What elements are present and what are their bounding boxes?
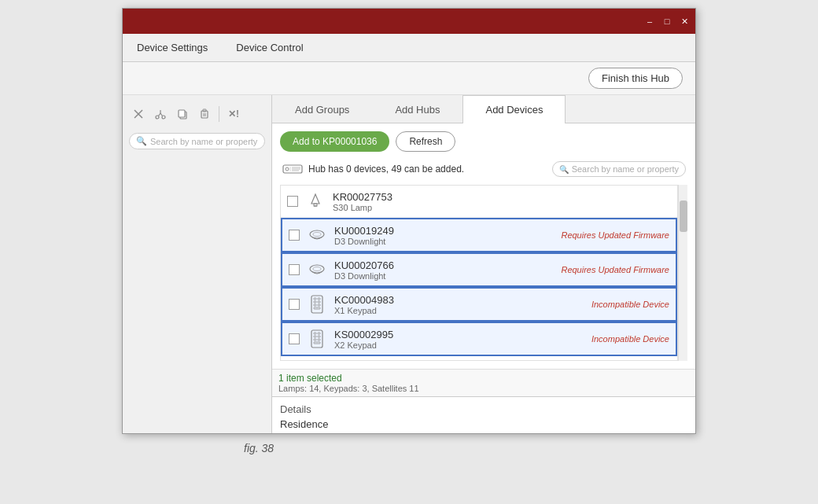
content-area: Add to KP00001036 Refresh: [272, 123, 695, 369]
svg-rect-39: [314, 339, 316, 340]
menu-device-control[interactable]: Device Control: [230, 39, 309, 57]
cut-icon[interactable]: [151, 105, 170, 123]
tab-add-hubs[interactable]: Add Hubs: [372, 95, 462, 123]
downlight-icon-1: [306, 224, 328, 246]
device-info-2: KU00019249 D3 Downlight: [334, 225, 555, 246]
svg-rect-26: [311, 296, 322, 313]
device-info-1: KR00027753 S30 Lamp: [333, 191, 671, 212]
device-info-5: KS00002995 X2 Keypad: [334, 329, 585, 350]
svg-rect-41: [314, 342, 320, 344]
tab-add-groups[interactable]: Add Groups: [272, 95, 372, 123]
device-row[interactable]: KR00027753 S30 Lamp: [281, 186, 677, 218]
device-status-2: Requires Updated Firmware: [561, 230, 669, 240]
window: – □ ✕ Device Settings Device Control Fin…: [122, 8, 696, 434]
status-summary: Lamps: 14, Keypads: 3, Satellites 11: [278, 384, 689, 393]
scrollbar[interactable]: [678, 185, 687, 361]
device-checkbox-2[interactable]: [289, 230, 300, 241]
device-type-3: D3 Downlight: [334, 271, 555, 281]
svg-rect-33: [314, 307, 320, 309]
status-selected: 1 item selected: [278, 373, 689, 384]
right-search-box[interactable]: 🔍 Search by name or property: [552, 161, 686, 177]
title-bar-controls: – □ ✕: [642, 14, 692, 28]
device-row[interactable]: KU00020766 D3 Downlight Requires Updated…: [281, 252, 677, 287]
hub-status-text: Hub has 0 devices, 49 can be added.: [308, 164, 464, 175]
tab-add-devices[interactable]: Add Devices: [462, 95, 566, 123]
device-row[interactable]: KS00002995 X2 Keypad Incompatible Device: [281, 322, 677, 356]
device-checkbox-1[interactable]: [287, 196, 298, 207]
refresh-button[interactable]: Refresh: [396, 131, 455, 152]
svg-rect-29: [314, 301, 316, 303]
hub-icon: [282, 161, 304, 177]
device-checkbox-5[interactable]: [289, 333, 300, 344]
page-wrapper: – □ ✕ Device Settings Device Control Fin…: [0, 0, 818, 504]
device-info-3: KU00020766 D3 Downlight: [334, 259, 555, 281]
scrollbar-thumb[interactable]: [680, 200, 687, 232]
lamp-icon-1: [304, 190, 326, 212]
device-row[interactable]: KC00004983 X1 Keypad Incompatible Device: [281, 287, 677, 322]
device-info-4: KC00004983 X1 Keypad: [334, 294, 585, 315]
status-footer: 1 item selected Lamps: 14, Keypads: 3, S…: [272, 369, 695, 396]
details-value: Residence: [280, 418, 687, 430]
close-button[interactable]: ✕: [676, 14, 692, 28]
device-id-4: KC00004983: [334, 294, 585, 306]
paste-icon[interactable]: [195, 105, 214, 123]
device-id-3: KU00020766: [334, 259, 555, 271]
svg-rect-40: [318, 339, 320, 340]
svg-rect-38: [318, 336, 320, 337]
device-type-2: D3 Downlight: [334, 237, 555, 246]
svg-rect-8: [179, 110, 185, 117]
svg-rect-30: [318, 301, 320, 303]
action-row: Add to KP00001036 Refresh: [280, 131, 687, 152]
device-id-5: KS00002995: [334, 329, 585, 340]
svg-rect-28: [318, 298, 320, 300]
fig-caption: fig. 38: [122, 434, 274, 454]
device-id-1: KR00027753: [333, 191, 671, 203]
device-type-4: X1 Keypad: [334, 306, 585, 315]
toolbar-row: Finish this Hub: [123, 62, 695, 95]
copy-icon[interactable]: [173, 105, 192, 123]
svg-rect-37: [314, 336, 316, 337]
menu-device-settings[interactable]: Device Settings: [131, 39, 214, 57]
svg-rect-32: [318, 304, 320, 306]
delete-icon[interactable]: [129, 105, 148, 123]
device-id-2: KU00019249: [334, 225, 555, 237]
device-row[interactable]: KU00019249 D3 Downlight Requires Updated…: [281, 218, 677, 252]
add-to-button[interactable]: Add to KP00001036: [280, 131, 389, 152]
svg-point-14: [286, 167, 289, 171]
svg-line-4: [159, 113, 161, 116]
svg-rect-36: [318, 333, 320, 334]
svg-line-5: [160, 113, 163, 116]
device-status-4: Incompatible Device: [591, 300, 669, 309]
svg-rect-31: [314, 304, 316, 306]
svg-point-2: [156, 116, 159, 119]
svg-marker-19: [311, 194, 319, 204]
device-checkbox-3[interactable]: [289, 264, 300, 275]
svg-point-3: [162, 116, 165, 119]
svg-rect-35: [314, 333, 316, 334]
details-section: Details Residence: [272, 396, 695, 433]
downlight-icon-2: [306, 259, 328, 281]
device-checkbox-4[interactable]: [289, 299, 300, 310]
menu-bar: Device Settings Device Control: [123, 34, 695, 62]
toolbar-icons: ✕!: [129, 101, 265, 127]
finish-hub-button[interactable]: Finish this Hub: [588, 68, 683, 89]
details-title: Details: [280, 403, 687, 415]
device-list: KR00027753 S30 Lamp: [280, 185, 678, 361]
maximize-button[interactable]: □: [659, 14, 675, 28]
left-search-placeholder: Search by name or property: [150, 137, 257, 146]
svg-point-23: [313, 233, 321, 237]
right-search-placeholder: Search by name or property: [572, 164, 679, 174]
svg-point-25: [313, 267, 321, 271]
device-status-5: Incompatible Device: [591, 334, 669, 344]
minimize-button[interactable]: –: [642, 14, 658, 28]
device-type-1: S30 Lamp: [333, 203, 671, 212]
hub-status-left: Hub has 0 devices, 49 can be added.: [282, 161, 464, 177]
toolbar-separator: [219, 106, 219, 122]
hub-status-bar: Hub has 0 devices, 49 can be added. 🔍 Se…: [280, 158, 687, 180]
svg-rect-34: [311, 330, 322, 348]
delete-all-icon[interactable]: ✕!: [224, 105, 243, 123]
left-search-box[interactable]: 🔍 Search by name or property: [129, 133, 265, 149]
keypad-icon-2: [306, 328, 328, 350]
device-type-5: X2 Keypad: [334, 340, 585, 350]
title-bar: – □ ✕: [123, 9, 695, 34]
